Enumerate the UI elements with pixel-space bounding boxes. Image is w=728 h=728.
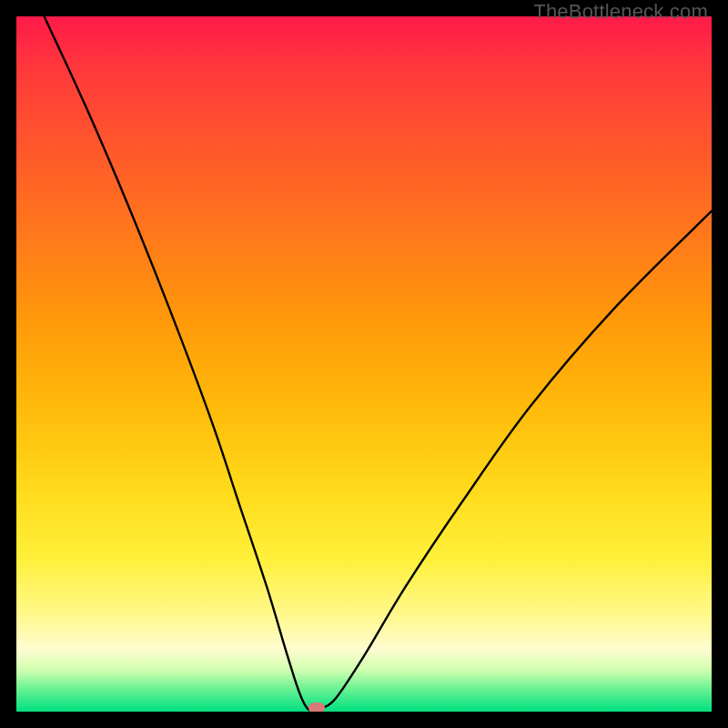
chart-frame — [0, 0, 728, 728]
watermark-text: TheBottleneck.com — [533, 0, 708, 24]
